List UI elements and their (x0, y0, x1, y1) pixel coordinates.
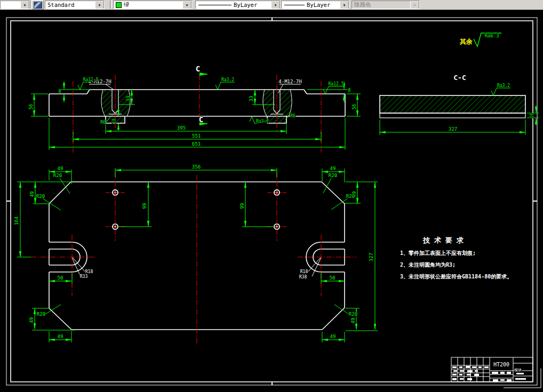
material-label: HT200 (493, 362, 509, 367)
dim-label: R6 (100, 120, 106, 125)
style-combo[interactable]: Standard ▼ (45, 1, 105, 9)
dim-label: 327 (449, 126, 457, 132)
text-labels: 其余Ra6.34-M12-7H4-M12-7HRa12.5Ra3.2Ra12.5… (14, 33, 534, 372)
dim-label: 49 (350, 318, 356, 324)
dim-label: R20 (37, 311, 45, 317)
dim-label: 356 (192, 164, 201, 170)
section-mark: C (199, 115, 203, 124)
dim-label: 49 (58, 334, 63, 339)
dim-label: 8 (348, 88, 351, 93)
roughness-label: Ra3.2 (497, 83, 510, 88)
lineweight-combo[interactable]: ByLayer ▼ (281, 1, 349, 9)
chevron-down-icon[interactable]: ▼ (340, 1, 349, 9)
dim-label: R20 (346, 194, 355, 199)
extension-lines (17, 90, 539, 342)
dim-label: 10 (530, 113, 534, 118)
partial-combo[interactable]: ▼ (0, 1, 30, 9)
tech-req-title: 技 术 要 求 (422, 236, 464, 244)
section-mark: C (196, 65, 200, 73)
autocad-window: { "toolbar": { "style_name": "Standard",… (0, 0, 543, 392)
tech-req-item: 3、未注明形状公差应符合GB1184-80的要求。 (400, 274, 512, 279)
dim-label: 56 (28, 104, 34, 110)
dim-label: R20 (349, 311, 357, 317)
dim-label: R20 (36, 194, 45, 199)
dim-label: 164 (14, 217, 19, 225)
surface-note-prefix: 其余 (459, 38, 473, 45)
dim-label: 551 (192, 133, 201, 139)
dim-label: R18 (85, 269, 93, 274)
linetype-combo[interactable]: ByLayer ▼ (195, 1, 281, 9)
part-name: 模块 (514, 368, 522, 372)
dim-label: 33 (249, 96, 254, 102)
color-swatch (116, 2, 122, 8)
dim-label: 99 (239, 203, 245, 209)
dim-style-icon (34, 2, 42, 9)
linetype-sample (198, 5, 231, 5)
toolbar-separator (110, 1, 112, 9)
dim-label: 49 (29, 317, 34, 323)
chevron-down-icon: ▼ (410, 1, 419, 9)
chevron-down-icon[interactable]: ▼ (20, 1, 29, 9)
roughness-label: Ra3.2 (256, 119, 269, 124)
style-combo-value: Standard (45, 2, 75, 8)
roughness-label: Ra12.5 (83, 77, 99, 82)
tech-req-item: 2、未注明圆角均为R3; (400, 262, 456, 268)
dim-label: 395 (177, 125, 186, 131)
dim-label: R18 (300, 269, 308, 274)
dim-label: 651 (192, 141, 201, 147)
dim-label: 49 (330, 166, 336, 171)
bolt-holes (113, 190, 280, 229)
roughness-label: Ra12.5 (329, 82, 344, 86)
dim-label: 50 (330, 275, 336, 281)
dim-label: R33 (80, 274, 88, 279)
lineweight-combo-value: ByLayer (305, 2, 330, 8)
plotstyle-combo: 随颜色 ▼ (352, 1, 420, 9)
dim-label: R6 (290, 114, 296, 118)
dim-label: 49 (58, 166, 63, 171)
chevron-down-icon[interactable]: ▼ (95, 1, 104, 9)
dim-label: 99 (142, 203, 147, 209)
color-combo-value: 绿 (122, 1, 130, 9)
plotstyle-combo-value: 随颜色 (352, 1, 371, 9)
dim-label: 8 (59, 89, 61, 94)
drawing-canvas[interactable]: 其余Ra6.34-M12-7H4-M12-7HRa12.5Ra3.2Ra12.5… (0, 0, 543, 392)
centerlines (31, 75, 356, 346)
dim-label: 327 (369, 253, 374, 261)
color-combo[interactable]: 绿 ▼ (113, 1, 192, 9)
clamp-slot-left (49, 242, 87, 276)
top-view (49, 84, 345, 123)
object-properties-toolbar: ▼ Standard ▼ 绿 ▼ ByLayer ▼ ByLayer ▼ 随颜色… (0, 0, 543, 10)
lineweight-sample (284, 5, 305, 5)
dim-label: R20 (53, 173, 62, 178)
chevron-down-icon[interactable]: ▼ (182, 1, 191, 9)
dim-style-button[interactable] (31, 0, 44, 10)
roughness-label: Ra3.2 (221, 77, 234, 82)
dim-label: 33 (125, 96, 131, 102)
surface-note-value: Ra6.3 (484, 33, 499, 38)
tech-req-item: 1、零件加工表面上不应有划痕; (400, 250, 476, 256)
dim-label: 49 (330, 334, 336, 339)
dim-label: 56 (352, 104, 357, 110)
section-view-cc (380, 95, 525, 118)
linetype-combo-value: ByLayer (231, 2, 257, 8)
clamp-slot-right (306, 242, 345, 276)
section-title: C-C (453, 74, 466, 82)
dim-label: R38 (299, 275, 307, 279)
dim-label: 50 (58, 275, 63, 281)
thread-callout-right: 4-M12-7H (278, 79, 301, 84)
dim-label: R20 (329, 173, 337, 178)
dim-label: 49 (29, 191, 35, 197)
chevron-down-icon[interactable]: ▼ (271, 1, 280, 9)
dim-label: 10 (112, 118, 117, 124)
